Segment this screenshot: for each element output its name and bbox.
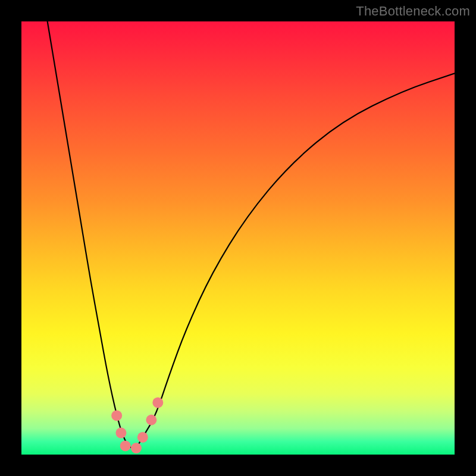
curve-marker <box>111 410 122 421</box>
curve-marker <box>152 397 163 408</box>
curve-marker <box>120 440 131 451</box>
bottleneck-curve <box>48 21 455 448</box>
plot-area <box>21 21 455 455</box>
watermark-text: TheBottleneck.com <box>356 4 470 19</box>
curve-marker <box>131 443 142 453</box>
curve-marker <box>146 415 156 425</box>
curve-layer <box>21 21 455 455</box>
curve-marker <box>115 428 126 439</box>
chart-frame: TheBottleneck.com <box>0 0 476 476</box>
curve-marker <box>137 432 148 443</box>
